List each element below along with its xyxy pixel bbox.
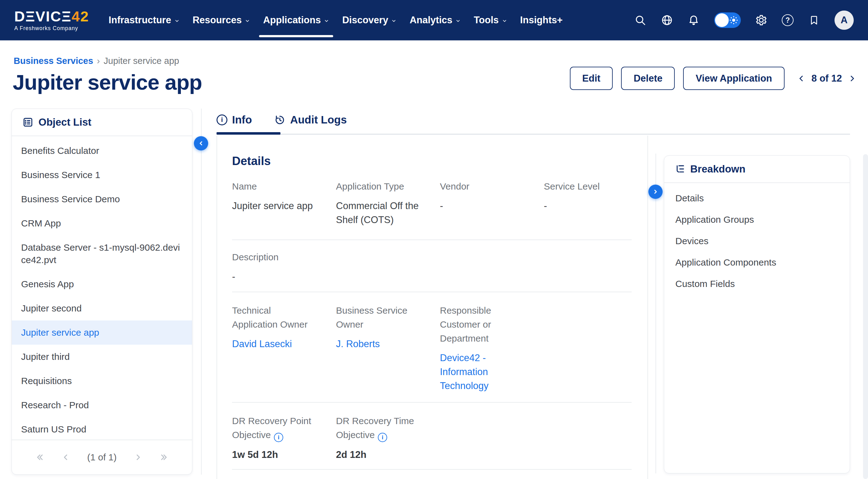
first-page-icon[interactable] [35,453,44,462]
logo-tagline: A Freshworks Company [14,25,89,32]
list-item[interactable]: Saturn US Prod [12,417,192,442]
tree-icon [675,164,685,174]
list-item[interactable]: Business Service 1 [12,163,192,187]
tab-audit-logs[interactable]: Audit Logs [274,114,347,126]
nav-discovery[interactable]: Discovery [336,0,403,41]
breakdown-item-custom-fields[interactable]: Custom Fields [664,273,850,294]
breakdown-item-details[interactable]: Details [664,187,850,209]
left-gutter-divider [201,109,202,475]
nav-applications[interactable]: Applications [256,0,336,41]
chevron-down-icon [391,18,397,24]
content-tabs: i Info Audit Logs [217,114,347,126]
breadcrumb-separator: › [97,56,100,66]
details-section-heading: Details [232,154,271,168]
field-vendor: Vendor - [440,179,544,227]
details-dr-row: DR Recovery Point Objectivei 1w 5d 12h D… [232,414,633,461]
help-icon[interactable]: ? [782,14,794,26]
field-dr-recovery-point-objective: DR Recovery Point Objectivei 1w 5d 12h [232,414,336,461]
expand-breakdown-button[interactable] [648,185,663,199]
info-tooltip-icon[interactable]: i [378,433,387,442]
top-navigation-bar: DΞVICΞ42 A Freshworks Company Infrastruc… [0,0,868,41]
previous-page-icon[interactable] [61,453,70,462]
list-item[interactable]: Jupiter second [12,296,192,321]
page-actions: Edit Delete View Application 8 of 12 [570,67,856,90]
object-list-title: Object List [38,116,92,128]
field-name: Name Jupiter service app [232,179,336,227]
breadcrumb: Business Services › Jupiter service app [14,56,179,66]
user-avatar[interactable]: A [835,10,854,30]
section-divider [232,239,631,240]
search-icon[interactable] [634,14,647,26]
nav-analytics[interactable]: Analytics [403,0,467,41]
list-item[interactable]: Jupiter third [12,345,192,369]
delete-button[interactable]: Delete [621,67,675,90]
details-description-row: Description - [232,250,633,283]
field-responsible-customer-or-department: Responsible Customer or Department Devic… [440,303,544,393]
active-tab-indicator [217,132,280,134]
tab-bar-divider [217,134,850,134]
next-page-icon[interactable] [133,453,143,462]
device42-logo[interactable]: DΞVICΞ42 A Freshworks Company [14,9,89,32]
view-application-button[interactable]: View Application [683,67,784,90]
toggle-knob [715,13,729,27]
chevron-down-icon [456,18,461,24]
settings-gear-icon[interactable] [755,14,768,26]
list-item[interactable]: Benefits Calculator [12,139,192,163]
breakdown-title: Breakdown [690,163,745,175]
object-list-panel: Object List Benefits Calculator Business… [11,109,192,475]
breakdown-item-application-components[interactable]: Application Components [664,251,850,273]
page-indicator: (1 of 1) [87,452,117,462]
breadcrumb-business-services-link[interactable]: Business Services [14,56,93,66]
theme-toggle[interactable] [714,12,741,28]
page-title: Jupiter service app [13,70,202,95]
content-right-border [647,136,648,479]
pager-previous-icon[interactable] [797,74,805,83]
field-technical-application-owner: Technical Application Owner David Laseck… [232,303,336,393]
list-item[interactable]: Genesis App [12,272,192,296]
globe-icon[interactable] [661,14,673,26]
nav-insights-plus[interactable]: Insights+ [514,0,569,41]
chevron-down-icon [502,18,507,24]
list-item-selected[interactable]: Jupiter service app [12,321,192,345]
chevron-down-icon [245,18,250,24]
last-page-icon[interactable] [159,453,169,462]
list-item[interactable]: Business Service Demo [12,187,192,211]
right-gutter-divider [655,154,656,473]
owner-link[interactable]: J. Roberts [336,337,426,351]
department-link[interactable]: Device42 - Information Technology [440,351,524,393]
history-icon [274,114,285,125]
nav-resources[interactable]: Resources [186,0,257,41]
breakdown-panel: Breakdown Details Application Groups Dev… [664,155,850,473]
main-nav: Infrastructure Resources Applications Di… [102,0,569,41]
details-fields-row-1: Name Jupiter service app Application Typ… [232,179,633,227]
tab-info[interactable]: i Info [217,114,252,126]
edit-button[interactable]: Edit [570,67,613,90]
list-item[interactable]: Requisitions [12,369,192,393]
list-item[interactable]: Database Server - s1-mysql-9062.device42… [12,236,192,272]
breakdown-item-application-groups[interactable]: Application Groups [664,209,850,230]
field-description: Description - [232,250,633,283]
nav-tools[interactable]: Tools [467,0,514,41]
breakdown-items: Details Application Groups Devices Appli… [664,183,850,299]
breakdown-item-devices[interactable]: Devices [664,230,850,251]
pager-next-icon[interactable] [848,74,856,83]
pager-label: 8 of 12 [811,73,842,84]
info-tooltip-icon[interactable]: i [274,433,283,442]
logo-wordmark: DΞVICΞ42 [14,9,89,24]
collapse-object-list-button[interactable] [194,136,208,150]
list-item[interactable]: Research - Prod [12,393,192,417]
bookmark-icon[interactable] [808,14,820,26]
list-item[interactable]: CRM App [12,211,192,236]
owner-link[interactable]: David Lasecki [232,337,322,351]
field-business-service-owner: Business Service Owner J. Roberts [336,303,440,393]
object-list-items: Benefits Calculator Business Service 1 B… [12,136,192,444]
section-divider [232,292,631,292]
nav-infrastructure[interactable]: Infrastructure [102,0,186,41]
notifications-bell-icon[interactable] [687,14,700,26]
topbar-icons: ? A [634,10,854,30]
scrollbar-track[interactable] [863,154,868,479]
field-service-level: Service Level - [544,179,633,227]
field-application-type: Application Type Commercial Off the Shel… [336,179,440,227]
object-list-pagination: (1 of 1) [12,440,192,474]
breakdown-header: Breakdown [664,156,850,183]
